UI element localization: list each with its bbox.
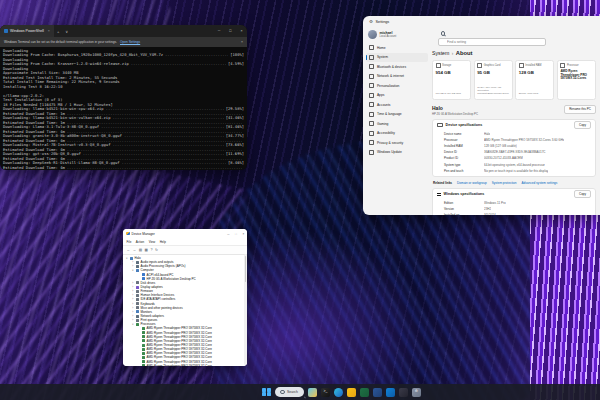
cpu-icon: [142, 335, 145, 338]
tab-close-icon[interactable]: ×: [48, 29, 50, 33]
card-label: Graphics Card: [484, 64, 501, 67]
windows-specifications-rows: EditionWindows 11 ProVersion23H2Installe…: [433, 200, 595, 215]
sidebar-item-apps[interactable]: Apps: [366, 91, 428, 101]
terminal-window: Windows PowerShell × + ∨ ─ □ × Windows T…: [0, 25, 247, 170]
network-internet-icon: [369, 74, 374, 79]
terminal-tab[interactable]: Windows PowerShell ×: [0, 25, 54, 37]
windows-specifications-header[interactable]: Windows specifications Copy: [433, 189, 595, 200]
device-specifications-header[interactable]: Device specifications Copy: [433, 120, 595, 131]
cpu-icon: [142, 356, 145, 359]
menu-file[interactable]: File: [127, 240, 132, 244]
breadcrumb-system[interactable]: System: [432, 50, 449, 56]
related-link-domain-or-workgroup[interactable]: Domain or workgroup: [457, 181, 487, 185]
terminal-titlebar[interactable]: Windows PowerShell × + ∨ ─ □ ×: [0, 25, 247, 37]
sidebar-item-label: Accounts: [377, 103, 391, 107]
printer-icon: [136, 319, 139, 322]
sidebar-item-home[interactable]: Home: [366, 43, 428, 53]
terminal-line: Downloading From Cache: Bosphorus_1920x1…: [3, 53, 244, 58]
settings-nav: HomeSystemBluetooth & devicesNetwork & i…: [366, 43, 428, 157]
related-link-advanced-system-settings[interactable]: Advanced system settings: [521, 181, 557, 185]
device-manager-menubar: FileActionViewHelp: [123, 238, 247, 245]
settings-titlebar[interactable]: ⚙ Settings: [363, 16, 600, 27]
scrollbar-thumb[interactable]: [245, 256, 247, 282]
device-tree: ∨Halo›Audio inputs and outputs›Audio Pro…: [123, 255, 247, 366]
taskbar-photos-icon[interactable]: [399, 388, 408, 397]
terminal-line: Estimated Download Time: 4m.............…: [3, 166, 244, 171]
copy-button[interactable]: Copy: [574, 190, 591, 198]
user-account[interactable]: michael Local Account: [368, 30, 428, 39]
tree-item-amd-ryzen-threadripper-pro-5975wx-32-core[interactable]: AMD Ryzen Threadripper PRO 5975WX 32-Cor…: [123, 364, 247, 366]
minimize-icon[interactable]: ─: [225, 232, 233, 236]
card-header: Installed RAM: [519, 63, 551, 68]
device-manager-title: Device Manager: [132, 232, 155, 236]
device-icon: [437, 123, 443, 128]
new-tab-icon[interactable]: +: [54, 29, 62, 34]
help-icon[interactable]: ?: [151, 248, 153, 252]
progress-percent: [100%]: [230, 53, 244, 58]
close-icon[interactable]: ×: [240, 232, 247, 236]
taskbar: Search >_⚙: [0, 384, 600, 400]
show-console-tree-icon[interactable]: ▤: [139, 248, 142, 252]
cpu-icon: [142, 352, 145, 355]
taskbar-word-icon[interactable]: [373, 388, 382, 397]
sidebar-item-time-language[interactable]: Time & language: [366, 110, 428, 120]
terminal-window-controls: ─ □ ×: [213, 25, 247, 37]
collapse-icon[interactable]: ∨: [125, 256, 129, 260]
taskbar-store-icon[interactable]: [386, 388, 395, 397]
spec-row-label: Installed on: [444, 212, 484, 215]
sidebar-item-accounts[interactable]: Accounts: [366, 100, 428, 110]
taskbar-settings-icon[interactable]: ⚙: [412, 388, 421, 397]
collapse-icon[interactable]: ∨: [131, 268, 135, 272]
menu-action[interactable]: Action: [136, 240, 144, 244]
sidebar-item-system[interactable]: System: [366, 53, 428, 63]
banner-close-icon[interactable]: ×: [241, 40, 243, 44]
spec-row-value: No pen or touch input is available for t…: [484, 168, 548, 174]
minimize-icon[interactable]: ─: [213, 29, 225, 33]
search-icon: [441, 31, 446, 36]
collapse-icon[interactable]: ∨: [131, 322, 135, 326]
settings-window: ⚙ Settings michael Local Account HomeSys…: [363, 16, 600, 215]
sidebar-item-bluetooth-devices[interactable]: Bluetooth & devices: [366, 62, 428, 72]
time-language-icon: [369, 112, 374, 117]
related-link-system-protection[interactable]: System protection: [492, 181, 517, 185]
rename-pc-button[interactable]: Rename this PC: [564, 105, 596, 114]
about-card-installed-ram: Installed RAM128 GBSpeed: 4800 MT/s: [515, 60, 554, 100]
sidebar-item-label: Network & internet: [377, 74, 404, 78]
taskbar-excel-icon[interactable]: [360, 388, 369, 397]
card-label: Installed RAM: [525, 64, 541, 67]
scrollbar[interactable]: [244, 254, 246, 365]
related-links-label: Related links: [433, 181, 452, 185]
maximize-icon[interactable]: □: [232, 232, 239, 236]
search-input[interactable]: [438, 38, 546, 46]
taskbar-terminal-icon[interactable]: >_: [321, 388, 330, 397]
settings-window-title: Settings: [376, 20, 390, 24]
back-icon[interactable]: ←: [127, 248, 131, 252]
start-button[interactable]: [262, 388, 271, 397]
user-account-type: Local Account: [380, 35, 397, 38]
sidebar-item-windows-update[interactable]: Windows Update: [366, 148, 428, 158]
card-header: Processor: [560, 63, 592, 68]
taskbar-widgets-weather-icon[interactable]: [308, 388, 317, 397]
sidebar-item-network-internet[interactable]: Network & internet: [366, 72, 428, 82]
menu-view[interactable]: View: [149, 240, 155, 244]
copy-button[interactable]: Copy: [574, 121, 591, 129]
open-settings-link[interactable]: Open Settings: [120, 40, 140, 44]
tab-dropdown-icon[interactable]: ∨: [62, 29, 71, 34]
forward-icon[interactable]: →: [133, 248, 137, 252]
sidebar-item-accessibility[interactable]: Accessibility: [366, 129, 428, 139]
taskbar-search[interactable]: Search: [275, 387, 304, 397]
refresh-icon[interactable]: ↻: [155, 248, 158, 252]
maximize-icon[interactable]: □: [225, 29, 236, 33]
windows-specifications-title: Windows specifications: [444, 192, 485, 196]
close-icon[interactable]: ×: [236, 29, 247, 33]
sidebar-item-personalization[interactable]: Personalization: [366, 81, 428, 91]
sidebar-item-gaming[interactable]: Gaming: [366, 119, 428, 129]
device-manager-titlebar[interactable]: Device Manager ─ □ ×: [123, 229, 247, 238]
properties-icon[interactable]: ▦: [145, 248, 148, 252]
sidebar-item-label: Bluetooth & devices: [377, 65, 406, 69]
taskbar-file-explorer-icon[interactable]: [347, 388, 356, 397]
sidebar-item-privacy-security[interactable]: Privacy & security: [366, 138, 428, 148]
menu-help[interactable]: Help: [160, 240, 166, 244]
card-value: 95 GB: [477, 70, 509, 75]
taskbar-edge-icon[interactable]: [334, 388, 343, 397]
